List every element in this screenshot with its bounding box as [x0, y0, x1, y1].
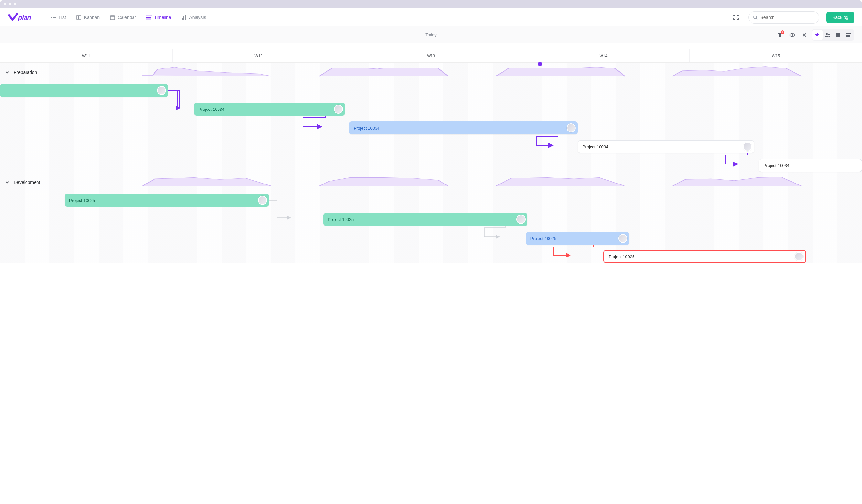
task-bar[interactable]: Project 10025: [603, 250, 806, 263]
traffic-light-dot: [9, 3, 11, 5]
svg-point-24: [838, 35, 838, 35]
search-input[interactable]: [748, 11, 819, 24]
group-header-development[interactable]: Development: [5, 180, 40, 185]
nav-kanban[interactable]: Kanban: [73, 13, 103, 22]
chevron-down-icon: [5, 70, 10, 75]
nav-timeline[interactable]: Timeline: [143, 13, 175, 22]
week-header: W13: [344, 49, 517, 62]
avatar: [334, 105, 343, 114]
svg-rect-2: [53, 15, 56, 16]
avatar: [618, 234, 627, 243]
filter-icon[interactable]: 1: [775, 30, 785, 40]
today-label[interactable]: Today: [425, 32, 437, 37]
avatar: [566, 123, 576, 132]
week-header: W15: [689, 49, 862, 62]
panel-toggle-group: [812, 29, 854, 41]
nav-list[interactable]: List: [47, 13, 70, 22]
team-icon[interactable]: [823, 30, 833, 40]
task-bar[interactable]: Project 10025: [526, 232, 629, 245]
svg-rect-4: [53, 17, 56, 18]
svg-point-21: [828, 33, 830, 35]
task-label: Project 10034: [354, 126, 379, 131]
capacity-chart: [496, 65, 625, 77]
week-header: W12: [172, 49, 345, 62]
avatar: [795, 252, 804, 261]
nav-label: Kanban: [84, 15, 100, 20]
task-label: Project 10025: [609, 254, 635, 259]
capacity-chart: [319, 174, 448, 187]
visibility-icon[interactable]: [787, 30, 797, 40]
plugin-icon[interactable]: [812, 30, 823, 40]
group-label: Preparation: [14, 70, 37, 75]
task-bar[interactable]: [0, 84, 168, 97]
task-bar[interactable]: Project 10034: [578, 140, 754, 153]
svg-point-19: [792, 34, 793, 36]
svg-rect-14: [182, 18, 183, 20]
svg-rect-1: [51, 15, 52, 16]
app-logo: plan: [8, 13, 35, 22]
window-chrome: [0, 0, 862, 9]
task-bar[interactable]: Project 10025: [65, 194, 269, 207]
group-header-preparation[interactable]: Preparation: [5, 70, 37, 75]
nav-analysis[interactable]: Analysis: [178, 13, 210, 22]
svg-rect-26: [846, 33, 851, 34]
capacity-chart: [319, 65, 448, 77]
capacity-chart: [496, 174, 625, 187]
task-label: Project 10034: [198, 107, 224, 112]
svg-rect-5: [51, 19, 52, 19]
avatar: [258, 196, 267, 205]
nav-label: Calendar: [118, 15, 136, 20]
svg-point-17: [754, 15, 757, 18]
svg-text:plan: plan: [18, 14, 31, 21]
task-bar[interactable]: Project 10025: [323, 213, 527, 226]
group-label: Development: [14, 180, 40, 185]
svg-rect-6: [53, 19, 56, 19]
svg-rect-7: [77, 15, 81, 20]
search-field[interactable]: [760, 15, 814, 20]
svg-rect-9: [110, 15, 115, 20]
svg-rect-16: [185, 15, 186, 20]
archive-icon[interactable]: [843, 30, 853, 40]
topbar: plan List Kanban Calendar Timeline Analy…: [0, 9, 862, 26]
nav-label: List: [59, 15, 66, 20]
task-bar[interactable]: Project 10034: [194, 103, 345, 116]
nav-label: Analysis: [189, 15, 206, 20]
view-nav: List Kanban Calendar Timeline Analysis: [47, 13, 210, 22]
svg-rect-3: [51, 17, 52, 18]
capacity-chart: [672, 65, 801, 77]
svg-point-23: [838, 33, 838, 34]
storage-icon[interactable]: [833, 30, 843, 40]
task-bar[interactable]: Project 10034: [349, 121, 578, 134]
nav-calendar[interactable]: Calendar: [106, 13, 140, 22]
timeline-canvas[interactable]: Preparation Project 10034 Project 10034: [0, 63, 862, 263]
svg-rect-15: [183, 16, 184, 20]
traffic-light-dot: [14, 3, 16, 5]
filter-badge: 1: [781, 30, 784, 34]
svg-point-25: [838, 36, 838, 37]
capacity-chart: [142, 174, 272, 187]
svg-rect-8: [78, 16, 79, 19]
tools-icon[interactable]: [799, 30, 810, 40]
svg-rect-27: [847, 35, 850, 37]
svg-line-18: [756, 18, 758, 19]
svg-point-20: [826, 33, 828, 35]
task-label: Project 10034: [583, 144, 608, 149]
task-bar[interactable]: Project 10034: [759, 159, 862, 172]
task-label: Project 10025: [69, 198, 95, 203]
nav-label: Timeline: [154, 15, 171, 20]
avatar: [743, 142, 752, 151]
task-label: Project 10025: [531, 236, 556, 241]
fullscreen-icon[interactable]: [731, 12, 741, 23]
avatar: [157, 86, 166, 95]
timeline-toolbar: Today 1: [0, 26, 862, 43]
chevron-down-icon: [5, 180, 10, 185]
avatar: [517, 215, 525, 224]
weeks-header: W11 W12 W13 W14 W15: [0, 49, 862, 63]
capacity-chart: [142, 65, 272, 77]
week-header: W14: [517, 49, 690, 62]
task-label: Project 10034: [763, 163, 789, 168]
task-label: Project 10025: [328, 217, 354, 222]
capacity-chart: [672, 174, 801, 187]
traffic-light-dot: [4, 3, 6, 5]
backlog-button[interactable]: Backlog: [826, 12, 854, 23]
